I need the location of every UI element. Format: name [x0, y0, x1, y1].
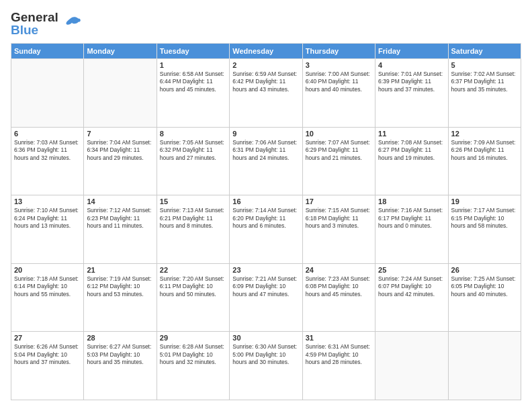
calendar-cell: 19Sunrise: 7:17 AM Sunset: 6:15 PM Dayli… — [448, 195, 521, 264]
day-info: Sunrise: 7:08 AM Sunset: 6:27 PM Dayligh… — [378, 139, 445, 162]
calendar-cell: 8Sunrise: 7:05 AM Sunset: 6:32 PM Daylig… — [157, 127, 229, 195]
calendar-cell: 31Sunrise: 6:31 AM Sunset: 4:59 PM Dayli… — [302, 332, 375, 400]
day-number: 18 — [378, 197, 445, 205]
calendar-cell: 16Sunrise: 7:14 AM Sunset: 6:20 PM Dayli… — [230, 195, 302, 264]
calendar-cell: 15Sunrise: 7:13 AM Sunset: 6:21 PM Dayli… — [157, 195, 229, 264]
day-number: 22 — [160, 266, 226, 274]
calendar-cell: 14Sunrise: 7:12 AM Sunset: 6:23 PM Dayli… — [84, 195, 157, 264]
calendar-cell: 3Sunrise: 7:00 AM Sunset: 6:40 PM Daylig… — [302, 59, 375, 128]
calendar-cell: 26Sunrise: 7:25 AM Sunset: 6:05 PM Dayli… — [448, 263, 521, 332]
calendar-cell: 2Sunrise: 6:59 AM Sunset: 6:42 PM Daylig… — [230, 59, 302, 128]
calendar-header-monday: Monday — [84, 44, 157, 59]
day-info: Sunrise: 7:07 AM Sunset: 6:29 PM Dayligh… — [306, 139, 372, 162]
calendar-header-row: SundayMondayTuesdayWednesdayThursdayFrid… — [11, 44, 521, 59]
calendar-cell: 13Sunrise: 7:10 AM Sunset: 6:24 PM Dayli… — [11, 195, 84, 264]
calendar-week-1: 6Sunrise: 7:03 AM Sunset: 6:36 PM Daylig… — [11, 127, 521, 195]
day-info: Sunrise: 7:15 AM Sunset: 6:18 PM Dayligh… — [306, 207, 372, 230]
calendar-header-tuesday: Tuesday — [157, 44, 229, 59]
calendar-cell — [448, 332, 521, 400]
day-info: Sunrise: 6:27 AM Sunset: 5:03 PM Dayligh… — [87, 343, 153, 366]
calendar-header-sunday: Sunday — [11, 44, 84, 59]
calendar-cell: 23Sunrise: 7:21 AM Sunset: 6:09 PM Dayli… — [230, 263, 302, 332]
day-info: Sunrise: 7:10 AM Sunset: 6:24 PM Dayligh… — [14, 207, 81, 230]
day-number: 27 — [14, 334, 81, 342]
day-number: 7 — [87, 130, 153, 138]
calendar: SundayMondayTuesdayWednesdayThursdayFrid… — [11, 43, 521, 400]
day-number: 19 — [451, 197, 518, 205]
calendar-cell — [375, 332, 448, 400]
calendar-cell: 20Sunrise: 7:18 AM Sunset: 6:14 PM Dayli… — [11, 263, 84, 332]
day-info: Sunrise: 7:20 AM Sunset: 6:11 PM Dayligh… — [160, 275, 226, 298]
day-info: Sunrise: 7:14 AM Sunset: 6:20 PM Dayligh… — [232, 207, 299, 230]
day-number: 5 — [451, 61, 518, 69]
day-number: 28 — [87, 334, 153, 342]
calendar-cell — [84, 59, 157, 128]
calendar-cell: 28Sunrise: 6:27 AM Sunset: 5:03 PM Dayli… — [84, 332, 157, 400]
calendar-cell: 27Sunrise: 6:26 AM Sunset: 5:04 PM Dayli… — [11, 332, 84, 400]
day-number: 24 — [306, 266, 372, 274]
day-number: 25 — [378, 266, 445, 274]
day-number: 8 — [160, 130, 226, 138]
calendar-cell: 10Sunrise: 7:07 AM Sunset: 6:29 PM Dayli… — [302, 127, 375, 195]
day-number: 3 — [306, 61, 372, 69]
calendar-week-3: 20Sunrise: 7:18 AM Sunset: 6:14 PM Dayli… — [11, 263, 521, 332]
calendar-body: 1Sunrise: 6:58 AM Sunset: 6:44 PM Daylig… — [11, 59, 521, 400]
day-number: 6 — [14, 130, 81, 138]
day-info: Sunrise: 7:17 AM Sunset: 6:15 PM Dayligh… — [451, 207, 518, 230]
calendar-cell: 6Sunrise: 7:03 AM Sunset: 6:36 PM Daylig… — [11, 127, 84, 195]
day-number: 29 — [160, 334, 226, 342]
day-info: Sunrise: 7:24 AM Sunset: 6:07 PM Dayligh… — [378, 275, 445, 298]
calendar-cell — [11, 59, 84, 128]
day-info: Sunrise: 7:12 AM Sunset: 6:23 PM Dayligh… — [87, 207, 153, 230]
calendar-cell: 21Sunrise: 7:19 AM Sunset: 6:12 PM Dayli… — [84, 263, 157, 332]
calendar-cell: 17Sunrise: 7:15 AM Sunset: 6:18 PM Dayli… — [302, 195, 375, 264]
calendar-cell: 12Sunrise: 7:09 AM Sunset: 6:26 PM Dayli… — [448, 127, 521, 195]
day-info: Sunrise: 6:31 AM Sunset: 4:59 PM Dayligh… — [306, 343, 372, 366]
calendar-cell: 11Sunrise: 7:08 AM Sunset: 6:27 PM Dayli… — [375, 127, 448, 195]
logo-blue: Blue — [11, 24, 58, 36]
calendar-cell: 5Sunrise: 7:02 AM Sunset: 6:37 PM Daylig… — [448, 59, 521, 128]
day-info: Sunrise: 6:28 AM Sunset: 5:01 PM Dayligh… — [160, 343, 226, 366]
day-info: Sunrise: 7:21 AM Sunset: 6:09 PM Dayligh… — [232, 275, 299, 298]
day-info: Sunrise: 7:06 AM Sunset: 6:31 PM Dayligh… — [232, 139, 299, 162]
day-number: 15 — [160, 197, 226, 205]
day-number: 13 — [14, 197, 81, 205]
day-number: 30 — [232, 334, 299, 342]
logo-general: General — [11, 11, 58, 24]
calendar-week-2: 13Sunrise: 7:10 AM Sunset: 6:24 PM Dayli… — [11, 195, 521, 264]
calendar-cell: 25Sunrise: 7:24 AM Sunset: 6:07 PM Dayli… — [375, 263, 448, 332]
calendar-cell: 29Sunrise: 6:28 AM Sunset: 5:01 PM Dayli… — [157, 332, 229, 400]
day-number: 12 — [451, 130, 518, 138]
day-info: Sunrise: 7:05 AM Sunset: 6:32 PM Dayligh… — [160, 139, 226, 162]
day-number: 16 — [232, 197, 299, 205]
day-info: Sunrise: 7:03 AM Sunset: 6:36 PM Dayligh… — [14, 139, 81, 162]
calendar-cell: 24Sunrise: 7:23 AM Sunset: 6:08 PM Dayli… — [302, 263, 375, 332]
day-info: Sunrise: 7:02 AM Sunset: 6:37 PM Dayligh… — [451, 71, 518, 93]
calendar-cell: 22Sunrise: 7:20 AM Sunset: 6:11 PM Dayli… — [157, 263, 229, 332]
day-info: Sunrise: 7:01 AM Sunset: 6:39 PM Dayligh… — [378, 71, 445, 93]
logo: General Blue — [11, 11, 81, 36]
calendar-cell: 30Sunrise: 6:30 AM Sunset: 5:00 PM Dayli… — [230, 332, 302, 400]
day-number: 31 — [306, 334, 372, 342]
day-info: Sunrise: 7:19 AM Sunset: 6:12 PM Dayligh… — [87, 275, 153, 298]
day-number: 9 — [232, 130, 299, 138]
day-number: 26 — [451, 266, 518, 274]
day-info: Sunrise: 7:25 AM Sunset: 6:05 PM Dayligh… — [451, 275, 518, 298]
day-info: Sunrise: 7:16 AM Sunset: 6:17 PM Dayligh… — [378, 207, 445, 230]
day-number: 4 — [378, 61, 445, 69]
calendar-header-thursday: Thursday — [302, 44, 375, 59]
day-info: Sunrise: 6:59 AM Sunset: 6:42 PM Dayligh… — [232, 71, 299, 93]
calendar-header-friday: Friday — [375, 44, 448, 59]
calendar-header-saturday: Saturday — [448, 44, 521, 59]
logo-bird-icon — [62, 13, 81, 35]
calendar-cell: 1Sunrise: 6:58 AM Sunset: 6:44 PM Daylig… — [157, 59, 229, 128]
day-info: Sunrise: 7:13 AM Sunset: 6:21 PM Dayligh… — [160, 207, 226, 230]
day-number: 23 — [232, 266, 299, 274]
day-info: Sunrise: 7:23 AM Sunset: 6:08 PM Dayligh… — [306, 275, 372, 298]
day-info: Sunrise: 6:30 AM Sunset: 5:00 PM Dayligh… — [232, 343, 299, 366]
calendar-header-wednesday: Wednesday — [230, 44, 302, 59]
calendar-cell: 4Sunrise: 7:01 AM Sunset: 6:39 PM Daylig… — [375, 59, 448, 128]
day-number: 2 — [232, 61, 299, 69]
day-number: 14 — [87, 197, 153, 205]
day-number: 1 — [160, 61, 226, 69]
